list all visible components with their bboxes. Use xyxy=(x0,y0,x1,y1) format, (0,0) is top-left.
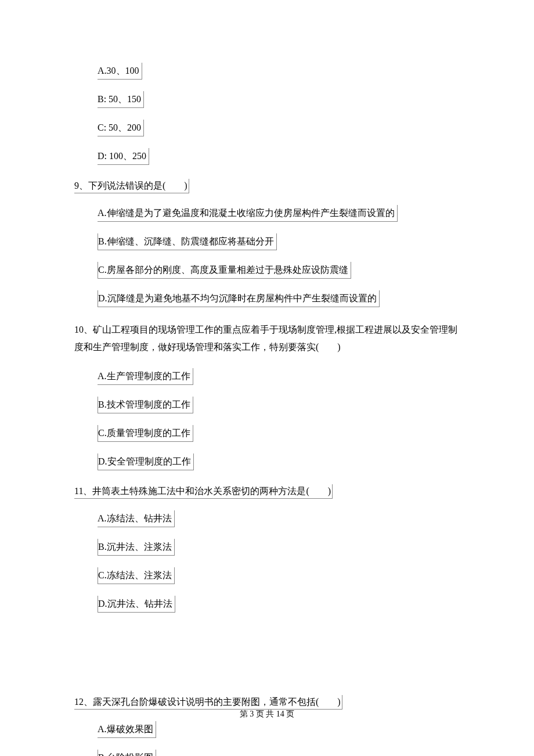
q11-option-a: A.冻结法、钻井法 xyxy=(98,510,175,527)
q8-option-a: A.30、100 xyxy=(98,63,142,80)
q11-option-c: C.冻结法、注浆法 xyxy=(98,567,175,584)
q9-option-d: D.沉降缝是为避免地基不均匀沉降时在房屋构件中产生裂缝而设置的 xyxy=(98,290,380,307)
q9-option-c: C.房屋各部分的刚度、高度及重量相差过于悬殊处应设防震缝 xyxy=(98,262,351,279)
q9-option-a: A.伸缩缝是为了避免温度和混凝土收缩应力使房屋构件产生裂缝而设置的 xyxy=(98,205,398,222)
q8-option-b: B: 50、150 xyxy=(98,91,144,108)
page-footer: 第 3 页 共 14 页 xyxy=(0,708,534,720)
document-content: A.30、100 B: 50、150 C: 50、200 D: 100、250 … xyxy=(0,0,534,756)
q9-stem: 9、下列说法错误的是( ) xyxy=(74,179,460,193)
q11-option-b: B.沉井法、注浆法 xyxy=(98,539,175,556)
q10-stem: 10、矿山工程项目的现场管理工作的重点应着手于现场制度管理,根据工程进展以及安全… xyxy=(74,321,460,357)
q10-option-a: A.生产管理制度的工作 xyxy=(98,368,193,385)
q11-stem: 11、井筒表土特殊施工法中和治水关系密切的两种方法是( ) xyxy=(74,484,460,499)
q8-option-c: C: 50、200 xyxy=(98,120,144,136)
q10-option-d: D.安全管理制度的工作 xyxy=(98,453,194,470)
q9-option-b: B.伸缩缝、沉降缝、防震缝都应将基础分开 xyxy=(98,233,277,250)
q12-option-b: B.台阶投影图 xyxy=(98,750,156,756)
q8-option-d: D: 100、250 xyxy=(98,148,149,165)
q11-option-d: D.沉井法、钻井法 xyxy=(98,596,175,613)
q10-option-b: B.技术管理制度的工作 xyxy=(98,397,193,413)
q12-option-a: A.爆破效果图 xyxy=(98,721,156,738)
q10-option-c: C.质量管理制度的工作 xyxy=(98,425,193,442)
